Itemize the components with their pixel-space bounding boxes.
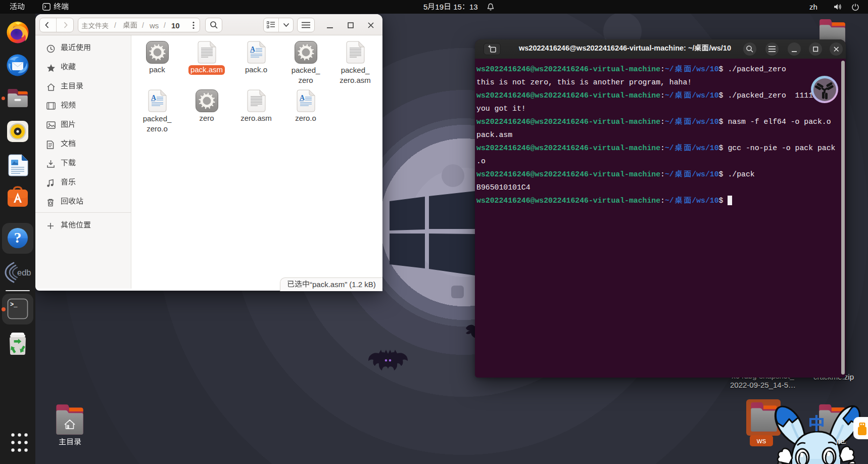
svg-text:A: A [300,94,305,102]
svg-text:A: A [250,45,256,53]
svg-text:edb: edb [17,268,31,277]
svg-text:?: ? [14,229,22,246]
svg-text:A: A [151,94,157,102]
svg-text:>_: >_ [10,301,18,308]
